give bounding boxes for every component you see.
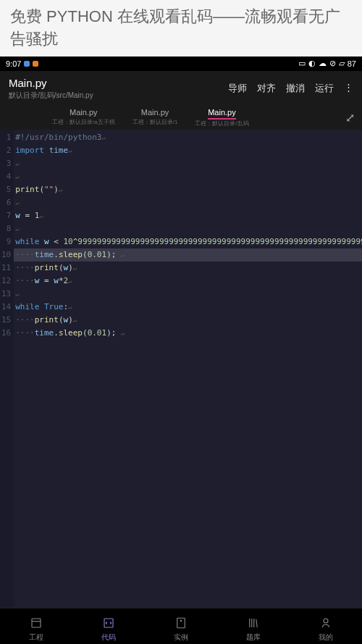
- code-line-8[interactable]: ↵: [14, 222, 362, 235]
- code-line-7[interactable]: w = 1↵: [14, 209, 362, 222]
- code-line-13[interactable]: ↵: [14, 288, 362, 301]
- line-number: 16: [1, 327, 11, 340]
- nav-button[interactable]: 导师: [228, 82, 247, 95]
- line-number: 3: [1, 157, 11, 170]
- status-indicator-2: [33, 61, 38, 67]
- profile-icon: [319, 616, 333, 630]
- expand-icon[interactable]: ⤢: [345, 111, 355, 125]
- nav-label: 实例: [174, 632, 188, 643]
- code-line-3[interactable]: ↵: [14, 157, 362, 170]
- file-path: 默认目录/乱码/src/Main.py: [9, 91, 93, 101]
- nav-project[interactable]: 工程: [29, 616, 43, 643]
- status-bar: 9:07 ▭ ◐ ☁ ⊘ ▱ 87: [0, 57, 362, 71]
- code-line-2[interactable]: import time↵: [14, 144, 362, 157]
- project-icon: [29, 616, 43, 630]
- nav-label: 题库: [246, 632, 261, 643]
- line-number: 14: [1, 301, 11, 314]
- code-line-1[interactable]: #!/usr/bin/python3↵: [14, 131, 362, 144]
- tab-sub: 工程：默认目录/a五子棋: [52, 118, 115, 126]
- battery-icon: ▱: [339, 59, 345, 68]
- nav-library[interactable]: 题库: [246, 616, 261, 643]
- tab-sub: 工程：默认目录/乱码: [195, 120, 248, 127]
- nav-profile[interactable]: 我的: [319, 616, 333, 643]
- code-line-4[interactable]: ↵: [14, 170, 362, 183]
- line-number: 15: [1, 314, 11, 327]
- tab-label: Main.py: [70, 108, 98, 118]
- code-line-16[interactable]: ····time.sleep(0.01); ↵: [14, 327, 362, 340]
- line-number: 1: [1, 131, 11, 144]
- svg-rect-3: [177, 618, 185, 628]
- library-icon: [246, 616, 261, 630]
- bottom-nav: 工程代码实例题库我的: [0, 608, 362, 644]
- align-button[interactable]: 对齐: [257, 82, 276, 95]
- code-line-9[interactable]: while w < 10^999999999999999999999999999…: [14, 235, 362, 248]
- code-line-11[interactable]: ····print(w)↵: [14, 262, 362, 275]
- app-header: Main.py 默认目录/乱码/src/Main.py 导师 对齐 撤消 运行 …: [0, 71, 362, 106]
- nav-code[interactable]: 代码: [101, 616, 116, 643]
- svg-point-4: [180, 620, 182, 622]
- wifi-icon: ⊘: [329, 59, 336, 68]
- nav-example[interactable]: 实例: [174, 616, 188, 643]
- line-number: 8: [1, 222, 11, 235]
- code-line-15[interactable]: ····print(w)↵: [14, 314, 362, 327]
- code-editor[interactable]: 12345678910111213141516 #!/usr/bin/pytho…: [0, 130, 362, 608]
- undo-button[interactable]: 撤消: [286, 82, 305, 95]
- run-button[interactable]: 运行: [315, 82, 334, 95]
- cloud-icon: ☁: [319, 59, 327, 68]
- line-number: 2: [1, 144, 11, 157]
- menu-icon[interactable]: ⋮: [344, 82, 353, 95]
- code-icon: [101, 616, 116, 630]
- line-gutter: 12345678910111213141516: [0, 130, 14, 608]
- status-time: 9:07: [6, 59, 21, 68]
- line-number: 6: [1, 196, 11, 209]
- code-line-12[interactable]: ····w = w*2↵: [14, 275, 362, 288]
- code-line-6[interactable]: ↵: [14, 196, 362, 209]
- file-title: Main.py: [9, 77, 93, 89]
- hd-icon: ▭: [298, 59, 306, 68]
- status-indicator-1: [24, 61, 30, 67]
- line-number: 5: [1, 183, 11, 196]
- line-number: 4: [1, 170, 11, 183]
- svg-rect-0: [32, 619, 41, 627]
- battery-text: 87: [348, 59, 356, 68]
- nav-label: 工程: [29, 632, 43, 643]
- code-area[interactable]: #!/usr/bin/python3↵import time↵↵↵print("…: [14, 130, 362, 608]
- tab-2[interactable]: Main.py工程：默认目录/乱码: [186, 106, 257, 129]
- tab-label: Main.py: [141, 108, 169, 118]
- line-number: 7: [1, 209, 11, 222]
- tab-label: Main.py: [208, 108, 236, 120]
- tab-0[interactable]: Main.py工程：默认目录/a五子棋: [43, 106, 124, 129]
- line-number: 13: [1, 288, 11, 301]
- line-number: 12: [1, 275, 11, 288]
- ad-banner: 免费 PYTHON 在线观看乱码——流畅观看无广告骚扰: [0, 0, 362, 57]
- nav-label: 我的: [319, 632, 333, 643]
- tab-sub: 工程：默认目录/1: [132, 118, 178, 126]
- tab-1[interactable]: Main.py工程：默认目录/1: [124, 106, 187, 129]
- tab-bar: Main.py工程：默认目录/a五子棋Main.py工程：默认目录/1Main.…: [0, 106, 362, 130]
- moon-icon: ◐: [308, 59, 316, 68]
- line-number: 10: [1, 248, 11, 262]
- code-line-10[interactable]: ····time.sleep(0.01); ↵: [14, 248, 362, 262]
- example-icon: [174, 616, 188, 630]
- code-line-5[interactable]: print("")↵: [14, 183, 362, 196]
- svg-point-5: [324, 619, 328, 623]
- nav-label: 代码: [101, 632, 116, 643]
- line-number: 9: [1, 235, 11, 248]
- code-line-14[interactable]: while True:↵: [14, 301, 362, 314]
- line-number: 11: [1, 262, 11, 275]
